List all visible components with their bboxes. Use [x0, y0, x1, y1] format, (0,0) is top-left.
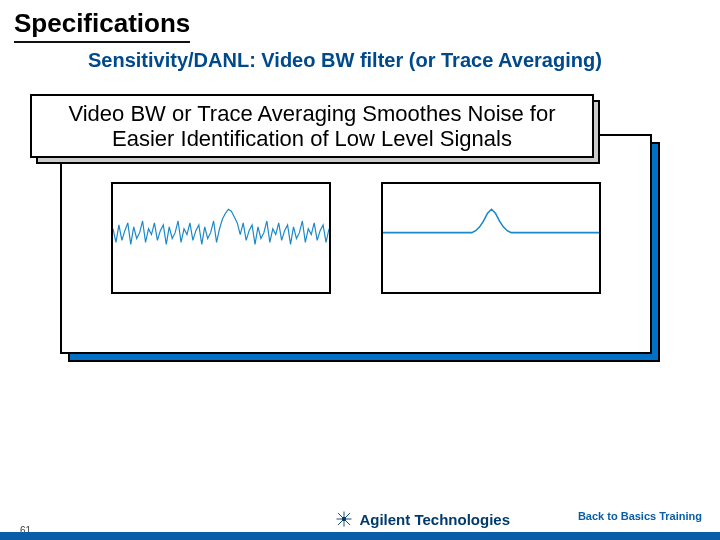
svg-point-4	[343, 517, 346, 520]
footer-bar	[0, 532, 720, 540]
brand: Agilent Technologies	[335, 510, 510, 528]
chart-noisy	[111, 182, 331, 294]
chart-smoothed	[381, 182, 601, 294]
footer: 61 Agilent Technologies Back to Basics T…	[0, 504, 720, 540]
brand-label: Agilent Technologies	[359, 511, 510, 528]
footer-note: Back to Basics Training	[578, 510, 702, 522]
spark-icon	[335, 510, 353, 528]
charts-row	[62, 182, 650, 294]
page-title: Specifications	[14, 8, 190, 43]
panel-container: Video BW or Trace Averaging Smoothes Noi…	[60, 134, 660, 362]
callout: Video BW or Trace Averaging Smoothes Noi…	[30, 94, 594, 158]
panel: Video BW or Trace Averaging Smoothes Noi…	[60, 134, 652, 354]
subtitle: Sensitivity/DANL: Video BW filter (or Tr…	[14, 43, 706, 72]
